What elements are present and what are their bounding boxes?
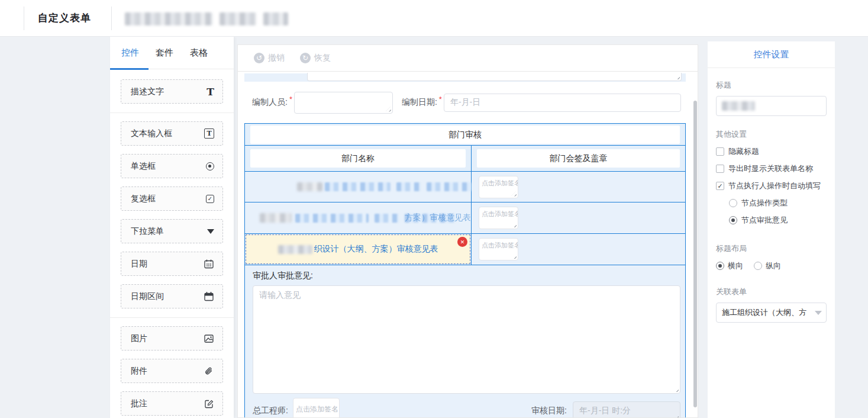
controls-sidebar: 控件 套件 表格 描述文字 T 文本输入框 T 单选框 复选框 ✓ 下拉菜单 日…	[110, 37, 234, 418]
review-date-input[interactable]: 年-月-日 时:分	[573, 401, 680, 417]
tab-tables[interactable]: 表格	[190, 47, 208, 59]
radio-selected-icon[interactable]	[716, 262, 724, 270]
title-input[interactable]	[716, 96, 827, 116]
radio-icon[interactable]	[729, 199, 737, 207]
redacted-link-text	[295, 214, 369, 223]
redacted-link-text	[325, 182, 391, 191]
checkbox-icon[interactable]	[716, 165, 724, 173]
signature-box[interactable]: 点击添加签名	[479, 176, 518, 198]
control-item-description-text[interactable]: 描述文字 T	[121, 79, 223, 104]
control-item-radio[interactable]: 单选框	[121, 154, 223, 178]
checkbox-hide-title[interactable]: 隐藏标题	[716, 146, 827, 157]
linked-form-control[interactable]: 部门审核 部门名称 部门会签及盖章 点击添加签名	[244, 123, 686, 417]
control-item-text-input[interactable]: 文本输入框 T	[121, 121, 223, 146]
resize-handle-icon[interactable]	[673, 387, 679, 392]
make-date-input[interactable]: 年-月-日	[444, 94, 681, 112]
redacted-link-text	[375, 214, 398, 223]
checkbox-checked-icon[interactable]	[716, 182, 724, 190]
radio-icon	[206, 162, 214, 171]
checkbox-icon: ✓	[206, 195, 214, 203]
delete-icon[interactable]	[457, 237, 467, 247]
linked-form-value: 施工组织设计（大纲、方	[722, 307, 812, 318]
resize-handle-icon[interactable]	[386, 107, 391, 112]
control-item-checkbox[interactable]: 复选框 ✓	[121, 187, 223, 211]
signature-placeholder: 点击添加签名	[482, 179, 518, 187]
review-date-label: 审核日期:	[531, 406, 567, 416]
form-canvas: ↺ 撤销 ↻ 恢复 编制人员: * 编制日期: * 年-月-日	[237, 44, 698, 418]
radio-node-action-type[interactable]: 节点操作类型	[729, 198, 827, 208]
page-title: 自定义表单	[38, 11, 91, 25]
undo-label: 撤销	[268, 53, 285, 63]
scrollbar-thumb[interactable]	[693, 101, 697, 407]
option-label: 节点审批意见	[741, 215, 788, 226]
resize-handle-icon[interactable]	[511, 191, 517, 197]
maker-label: 编制人员:	[252, 97, 288, 108]
redo-label: 恢复	[314, 53, 331, 63]
linked-form-select[interactable]: 施工组织设计（大纲、方	[716, 303, 827, 323]
radio-node-approval-opinion[interactable]: 节点审批意见	[729, 215, 827, 226]
maker-textarea[interactable]	[294, 92, 393, 114]
redacted-text	[278, 245, 312, 254]
layout-options: 横向 纵向	[716, 261, 827, 271]
checkbox-autofill[interactable]: 节点执行人操作时自动填写	[716, 181, 827, 191]
linked-form-label: 关联表单	[716, 287, 827, 297]
control-item-dropdown[interactable]: 下拉菜单	[121, 219, 223, 243]
radio-icon[interactable]	[754, 262, 762, 270]
radio-selected-icon[interactable]	[729, 216, 737, 224]
table-row-selected: 织设计（大纲、方案）审核意见表 点击添加签名	[245, 234, 685, 265]
checkbox-show-linked-name[interactable]: 导出时显示关联表单名称	[716, 163, 827, 174]
table-row: 方案）审核意见表 点击添加签名	[245, 202, 685, 234]
control-item-label: 下拉菜单	[131, 226, 207, 237]
opinion-label: 审批人审批意见:	[253, 271, 680, 281]
option-label: 节点操作类型	[741, 198, 788, 208]
col-dept-name: 部门名称	[250, 149, 466, 168]
control-item-annotation[interactable]: 批注	[121, 391, 223, 416]
form-content: 编制人员: * 编制日期: * 年-月-日 部门审核 部门名称 部门会签及盖章	[244, 73, 686, 417]
selected-cell[interactable]: 织设计（大纲、方案）审核意见表	[246, 234, 470, 264]
resize-handle-icon[interactable]	[675, 74, 680, 79]
option-label: 横向	[728, 261, 743, 271]
row-tail-text: 方案）审核意见表	[405, 213, 471, 223]
redo-button[interactable]: ↻ 恢复	[300, 53, 331, 63]
signature-box[interactable]: 点击添加签名	[479, 238, 518, 261]
resize-handle-icon[interactable]	[511, 222, 517, 227]
option-label: 纵向	[766, 261, 781, 271]
textarea-partial[interactable]	[307, 73, 682, 81]
form-row-maker[interactable]: 编制人员: * 编制日期: * 年-月-日	[244, 82, 686, 123]
text-icon: T	[206, 86, 214, 98]
calendar-range-icon	[204, 291, 214, 302]
signature-box[interactable]: 点击添加签名	[479, 207, 518, 229]
resize-handle-icon[interactable]	[511, 253, 517, 259]
form-scroll-area[interactable]: 编制人员: * 编制日期: * 年-月-日 部门审核 部门名称 部门会签及盖章	[238, 72, 698, 417]
resize-handle-icon[interactable]	[333, 417, 338, 417]
top-header: 自定义表单	[0, 0, 868, 37]
tab-kits[interactable]: 套件	[156, 47, 173, 59]
chief-signature-box[interactable]: 点击添加签名	[293, 398, 340, 417]
control-item-label: 文本输入框	[131, 128, 204, 139]
canvas-toolbar: ↺ 撤销 ↻ 恢复	[238, 45, 698, 72]
control-item-image[interactable]: 图片	[121, 326, 223, 351]
control-item-attachment[interactable]: 附件	[121, 359, 223, 383]
redacted-link-text	[297, 182, 322, 191]
redacted-form-name	[263, 12, 288, 25]
control-item-label: 图片	[131, 333, 204, 344]
undo-button[interactable]: ↺ 撤销	[254, 53, 285, 63]
calendar-icon	[204, 259, 214, 269]
tab-controls[interactable]: 控件	[121, 47, 139, 59]
resize-handle-icon[interactable]	[673, 413, 679, 417]
settings-panel: 控件设置 标题 其他设置 隐藏标题 导出时显示关联表单名称 节点执行人操作时自动…	[708, 41, 835, 418]
control-item-date[interactable]: 日期	[121, 252, 223, 276]
chief-engineer-row: 总工程师: 点击添加签名 审核日期: 年-月-日 时:分	[245, 396, 685, 417]
control-item-label: 描述文字	[131, 86, 206, 97]
checkbox-icon[interactable]	[716, 147, 724, 156]
control-item-date-range[interactable]: 日期区间	[121, 284, 223, 308]
canvas-scrollbar[interactable]	[693, 100, 697, 416]
opinion-section: 审批人审批意见: 请输入意见	[245, 265, 685, 396]
header-divider	[24, 7, 24, 30]
boxed-text-icon: T	[204, 128, 214, 139]
signature-placeholder: 点击添加签名	[482, 242, 518, 249]
date-placeholder: 年-月-日	[450, 97, 480, 108]
col-dept-sign: 部门会签及盖章	[477, 149, 680, 168]
redacted-link-text	[260, 213, 292, 223]
opinion-textarea[interactable]: 请输入意见	[253, 285, 680, 394]
